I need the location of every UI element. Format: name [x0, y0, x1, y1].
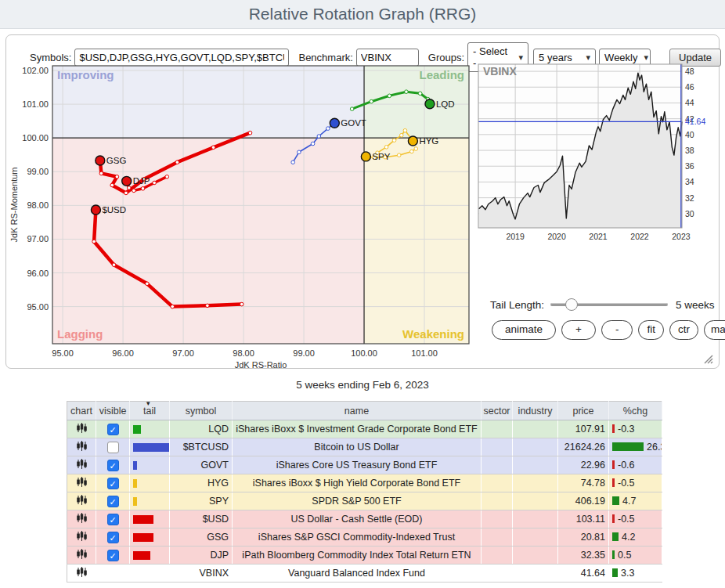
chg-bar — [612, 424, 615, 433]
chart-icon[interactable] — [76, 513, 88, 523]
symbols-table-wrap: chart visible ▾tail symbol name sector i… — [67, 401, 662, 583]
visible-cell[interactable]: ✓ — [96, 456, 130, 474]
chart-icon[interactable] — [76, 495, 88, 505]
chg-bar — [612, 532, 619, 541]
col-sector[interactable]: sector — [482, 402, 513, 420]
marker-LQD[interactable] — [425, 99, 435, 109]
visible-cell[interactable]: ✓ — [96, 420, 130, 438]
visible-checkbox[interactable]: ✓ — [107, 532, 119, 543]
marker-HYG[interactable] — [408, 136, 417, 146]
chart-cell[interactable] — [67, 456, 96, 474]
svg-text:101.00: 101.00 — [411, 348, 438, 358]
rrg-chart[interactable]: ImprovingLeadingLaggingWeakening95.0096.… — [6, 56, 476, 370]
rrg-panel: Symbols: Benchmark: Groups: - Select - ▾… — [5, 34, 720, 369]
chart-cell[interactable] — [67, 492, 96, 510]
price-cell: 103.11 — [558, 510, 609, 528]
chart-cell[interactable] — [67, 420, 96, 438]
marker-GSG[interactable] — [96, 156, 105, 165]
chart-cell[interactable] — [67, 528, 96, 547]
tail-cell — [130, 510, 170, 528]
animate-button[interactable]: animate — [492, 320, 556, 340]
chg-bar — [612, 478, 615, 487]
col-name[interactable]: name — [233, 402, 482, 420]
visible-cell[interactable]: ✓ — [96, 510, 130, 528]
industry-cell — [513, 528, 558, 547]
visible-checkbox[interactable]: ✓ — [107, 496, 119, 507]
zoom-in-button[interactable]: + — [561, 320, 596, 340]
sector-cell — [482, 456, 513, 474]
date-caption: 5 weeks ending Feb 6, 2023 — [0, 379, 725, 391]
industry-cell — [513, 565, 558, 583]
title-bar: Relative Rotation Graph (RRG) — [0, 0, 725, 29]
table-row: ✓DJPiPath Bloomberg Commodity Index Tota… — [67, 547, 662, 565]
col-price[interactable]: price — [558, 402, 609, 420]
chart-cell[interactable] — [67, 474, 96, 492]
page-title: Relative Rotation Graph (RRG) — [0, 0, 725, 28]
symbol-cell: GSG — [170, 528, 233, 547]
svg-text:46: 46 — [685, 82, 694, 92]
marker-SPY[interactable] — [361, 152, 370, 161]
x-axis-label: JdK RS-Ratio — [235, 360, 287, 370]
marker-label-DJP: DJP — [133, 176, 150, 186]
svg-text:34: 34 — [685, 177, 694, 186]
marker-DJP[interactable] — [122, 176, 132, 186]
chart-icon[interactable] — [76, 423, 88, 433]
max-button[interactable]: max — [704, 320, 725, 340]
chart-icon[interactable] — [76, 477, 88, 487]
chart-cell[interactable] — [67, 438, 96, 456]
slider-handle[interactable] — [565, 298, 578, 311]
name-cell: iShares iBoxx $ High Yield Corporate Bon… — [233, 474, 482, 492]
col-visible[interactable]: visible — [96, 402, 130, 420]
tail-cell — [130, 492, 170, 510]
name-cell: iPath Bloomberg Commodity Index Total Re… — [233, 547, 482, 565]
industry-cell — [513, 510, 558, 528]
col-chg[interactable]: %chg — [609, 402, 662, 420]
center-button[interactable]: ctr — [669, 320, 698, 340]
visible-cell[interactable]: ✓ — [96, 474, 130, 492]
col-symbol[interactable]: symbol — [170, 402, 233, 420]
visible-checkbox[interactable]: ✓ — [107, 424, 119, 435]
svg-text:100.00: 100.00 — [351, 348, 377, 358]
fit-button[interactable]: fit — [638, 320, 664, 340]
chart-cell[interactable] — [67, 547, 96, 565]
col-tail[interactable]: ▾tail — [130, 402, 170, 420]
marker-label-LQD: LQD — [436, 99, 455, 109]
chart-icon[interactable] — [76, 531, 88, 541]
zoom-out-button[interactable]: - — [601, 320, 633, 340]
resize-handle-icon[interactable] — [702, 353, 713, 364]
marker-GOVT[interactable] — [330, 118, 339, 128]
chg-bar — [612, 496, 619, 505]
symbol-cell: $BTCUSD — [170, 438, 233, 456]
svg-text:98.00: 98.00 — [27, 200, 49, 210]
chart-icon[interactable] — [76, 441, 88, 451]
visible-checkbox[interactable]: ✓ — [107, 514, 119, 525]
visible-checkbox[interactable] — [107, 442, 119, 453]
chart-cell[interactable] — [67, 565, 96, 583]
marker-label-GOVT: GOVT — [341, 118, 366, 128]
col-chart[interactable]: chart — [67, 402, 96, 420]
name-cell: SPDR S&P 500 ETF — [233, 492, 482, 510]
tail-cell — [130, 474, 170, 492]
tail-length-slider[interactable] — [550, 298, 668, 311]
visible-cell[interactable]: ✓ — [96, 492, 130, 510]
chart-icon[interactable] — [76, 567, 88, 577]
svg-text:95.00: 95.00 — [27, 302, 49, 312]
chart-icon[interactable] — [76, 459, 88, 469]
chart-icon[interactable] — [76, 549, 88, 559]
symbols-table: chart visible ▾tail symbol name sector i… — [67, 401, 662, 583]
visible-cell[interactable] — [96, 438, 130, 456]
marker-$USD[interactable] — [91, 205, 100, 215]
visible-cell[interactable]: ✓ — [96, 547, 130, 565]
tail-swatch — [133, 479, 137, 488]
tail-swatch — [133, 515, 153, 524]
visible-cell[interactable]: ✓ — [96, 528, 130, 547]
visible-checkbox[interactable]: ✓ — [107, 460, 119, 471]
tail-cell — [130, 438, 170, 456]
svg-text:99.00: 99.00 — [27, 167, 49, 176]
svg-text:98.00: 98.00 — [233, 348, 254, 358]
visible-checkbox[interactable]: ✓ — [107, 550, 119, 561]
svg-text:40: 40 — [685, 130, 694, 139]
col-industry[interactable]: industry — [513, 402, 558, 420]
visible-checkbox[interactable]: ✓ — [107, 478, 119, 489]
chart-cell[interactable] — [67, 510, 96, 528]
